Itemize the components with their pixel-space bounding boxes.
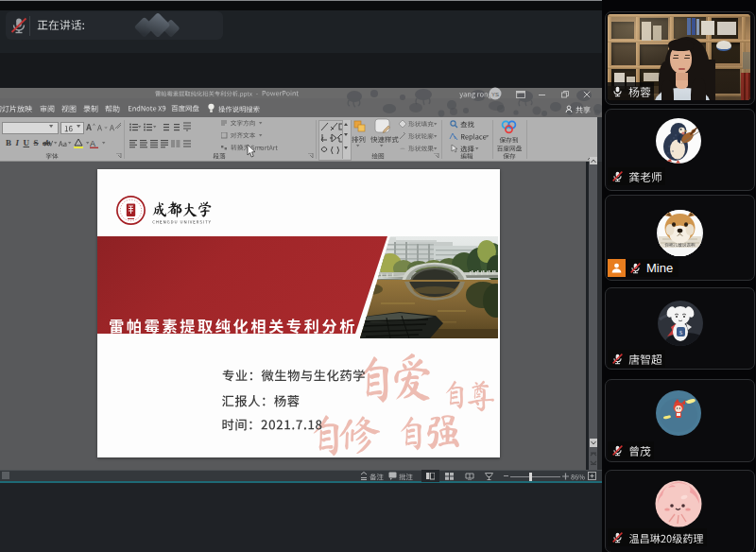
svg-text:$: $ bbox=[679, 329, 683, 336]
svg-text:YS: YS bbox=[491, 92, 499, 97]
svg-text:A: A bbox=[90, 139, 95, 148]
